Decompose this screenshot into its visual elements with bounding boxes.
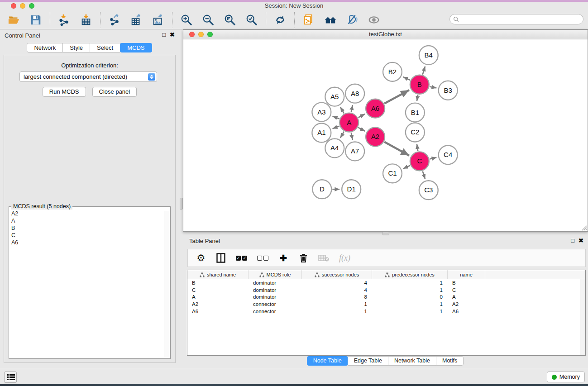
close-window-button[interactable]	[11, 3, 16, 9]
table-row[interactable]: Bdominator41B	[187, 279, 585, 286]
hide-details-icon[interactable]	[345, 13, 359, 27]
node-A4[interactable]: A4	[325, 138, 344, 157]
float-panel-icon[interactable]: □	[162, 31, 166, 38]
function-builder-icon[interactable]: f(x)	[339, 252, 350, 264]
close-panel-button[interactable]: Close panel	[92, 87, 137, 97]
edge-B-B4[interactable]	[423, 67, 425, 75]
minimize-network-window-button[interactable]	[198, 32, 204, 37]
show-details-icon[interactable]	[367, 13, 381, 27]
delete-table-icon[interactable]	[318, 252, 329, 264]
network-canvas[interactable]: B4B2BB3A8A5A6A3B1AA1C2A2A4A7C4CC1DD1C3	[183, 40, 588, 231]
float-table-panel-icon[interactable]: □	[571, 237, 574, 244]
table-row[interactable]: Cdominator41C	[187, 286, 585, 294]
table-settings-gear-icon[interactable]: ⚙	[196, 252, 206, 264]
table-row[interactable]: Adominator80A	[187, 294, 585, 301]
edge-A-A5[interactable]	[340, 107, 344, 113]
node-D1[interactable]: D1	[342, 180, 361, 199]
edge-A-A3[interactable]	[333, 116, 339, 119]
tab-motifs[interactable]: Motifs	[436, 356, 464, 366]
node-B2[interactable]: B2	[383, 62, 402, 81]
column-header-mcds-role[interactable]: MCDS role	[249, 270, 302, 279]
tab-select[interactable]: Select	[90, 43, 120, 52]
mcds-result-item[interactable]: B	[10, 224, 163, 232]
node-A3[interactable]: A3	[312, 103, 331, 122]
node-B3[interactable]: B3	[439, 81, 458, 100]
edge-A-A2[interactable]	[358, 128, 365, 131]
edge-C-C1[interactable]	[403, 166, 410, 169]
export-table-icon[interactable]	[129, 13, 143, 27]
node-C[interactable]: C	[410, 152, 429, 171]
node-C1[interactable]: C1	[383, 164, 402, 183]
delete-column-trash-icon[interactable]	[298, 252, 308, 264]
mcds-result-item[interactable]: C	[10, 232, 163, 239]
save-session-icon[interactable]	[29, 13, 43, 27]
tab-edge-table[interactable]: Edge Table	[348, 356, 388, 366]
node-C3[interactable]: C3	[419, 181, 438, 200]
home-view-icon[interactable]	[324, 13, 337, 27]
tab-node-table[interactable]: Node Table	[307, 356, 348, 366]
edge-A-A1[interactable]	[333, 126, 339, 129]
search-field[interactable]	[449, 14, 583, 24]
create-column-icon[interactable]: ✚	[278, 252, 288, 264]
column-header-name[interactable]: name	[448, 270, 485, 279]
export-network-icon[interactable]	[108, 13, 121, 27]
node-B[interactable]: B	[410, 75, 429, 94]
mcds-result-item[interactable]: A2	[10, 210, 163, 217]
zoom-out-icon[interactable]	[201, 13, 215, 27]
import-network-icon[interactable]	[57, 13, 71, 27]
zoom-network-window-button[interactable]	[207, 32, 213, 37]
column-header-shared-name[interactable]: shared name	[187, 270, 249, 279]
node-D[interactable]: D	[312, 180, 331, 199]
tab-network[interactable]: Network	[27, 43, 63, 52]
tab-network-table[interactable]: Network Table	[388, 356, 436, 366]
edge-B-B3[interactable]	[430, 86, 436, 88]
node-C4[interactable]: C4	[439, 145, 458, 164]
edge-C-C2[interactable]	[417, 144, 418, 151]
run-mcds-button[interactable]: Run MCDS	[43, 87, 86, 97]
node-B1[interactable]: B1	[406, 103, 425, 122]
zoom-fit-icon[interactable]	[223, 13, 237, 27]
search-input[interactable]	[461, 15, 583, 24]
apply-layout-icon[interactable]	[273, 13, 287, 27]
edge-A-A7[interactable]	[351, 133, 353, 140]
node-A8[interactable]: A8	[345, 84, 364, 103]
minimize-window-button[interactable]	[20, 3, 25, 9]
task-history-icon[interactable]	[4, 372, 17, 383]
mcds-result-item[interactable]: A6	[10, 239, 163, 246]
zoom-window-button[interactable]	[29, 3, 34, 9]
node-C2[interactable]: C2	[406, 123, 425, 142]
column-chooser-icon[interactable]	[216, 252, 226, 264]
edge-A2-C[interactable]	[384, 142, 409, 156]
edge-A-A8[interactable]	[351, 105, 353, 112]
criterion-dropdown[interactable]: largest connected component (directed)	[19, 71, 157, 82]
edge-B-B1[interactable]	[417, 95, 418, 101]
edge-A-A6[interactable]	[358, 114, 365, 118]
select-all-columns-icon[interactable]: ✓✓	[236, 252, 247, 264]
table-row[interactable]: A2connector11A2	[187, 300, 585, 308]
close-table-panel-icon[interactable]: ✖	[578, 237, 583, 244]
table-scrollbar[interactable]	[580, 279, 585, 355]
mcds-result-item[interactable]: A	[10, 217, 163, 224]
tab-mcds[interactable]: MCDS	[120, 43, 152, 52]
node-A[interactable]: A	[339, 113, 359, 132]
node-A1[interactable]: A1	[312, 124, 331, 143]
deselect-all-columns-icon[interactable]	[257, 252, 268, 264]
edge-C-C4[interactable]	[430, 157, 436, 159]
node-A7[interactable]: A7	[345, 142, 364, 161]
export-image-icon[interactable]	[151, 13, 165, 27]
memory-button[interactable]: Memory	[547, 372, 585, 382]
split-divider-handle[interactable]	[180, 198, 183, 210]
edge-A6-B[interactable]	[384, 90, 409, 104]
zoom-in-icon[interactable]	[180, 13, 193, 27]
edge-C-C3[interactable]	[423, 171, 425, 179]
column-header-predecessor-nodes[interactable]: predecessor nodes	[372, 270, 448, 279]
node-B4[interactable]: B4	[419, 46, 438, 65]
open-session-icon[interactable]	[7, 13, 21, 27]
tab-style[interactable]: Style	[62, 43, 90, 52]
horizontal-divider-handle[interactable]	[382, 232, 389, 235]
node-A6[interactable]: A6	[366, 99, 385, 118]
column-header-successor-nodes[interactable]: successor nodes	[302, 270, 372, 279]
close-network-window-button[interactable]	[189, 32, 195, 37]
close-panel-icon[interactable]: ✖	[170, 31, 175, 38]
edge-B-B2[interactable]	[403, 77, 410, 80]
